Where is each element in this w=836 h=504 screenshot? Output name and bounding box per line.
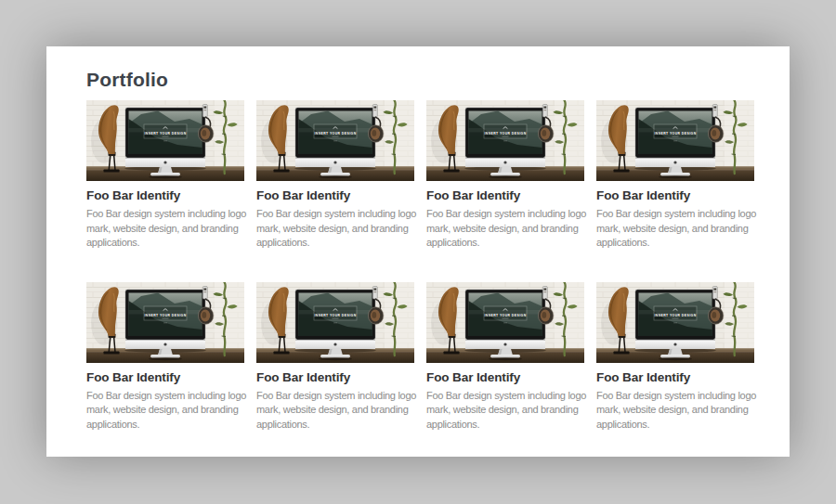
card-title: Foo Bar Identify: [256, 370, 414, 385]
card-description: Foo Bar design system including logo mar…: [596, 389, 761, 433]
portfolio-page: Portfolio Foo Bar Identify Foo Bar desig…: [46, 46, 790, 457]
card-title: Foo Bar Identify: [426, 188, 584, 203]
portfolio-grid: Foo Bar Identify Foo Bar design system i…: [86, 100, 754, 432]
portfolio-thumbnail[interactable]: [256, 282, 414, 363]
card-title: Foo Bar Identify: [596, 188, 754, 203]
portfolio-card: Foo Bar Identify Foo Bar design system i…: [596, 100, 754, 251]
portfolio-thumbnail[interactable]: [86, 282, 244, 363]
page-content: Portfolio Foo Bar Identify Foo Bar desig…: [46, 46, 790, 432]
portfolio-thumbnail[interactable]: [596, 100, 754, 181]
imac-scene-image: [86, 100, 244, 181]
card-title: Foo Bar Identify: [256, 188, 414, 203]
card-description: Foo Bar design system including logo mar…: [256, 207, 421, 251]
portfolio-card: Foo Bar Identify Foo Bar design system i…: [426, 100, 584, 251]
card-description: Foo Bar design system including logo mar…: [426, 389, 591, 433]
portfolio-thumbnail[interactable]: [426, 100, 584, 181]
card-description: Foo Bar design system including logo mar…: [86, 389, 251, 433]
imac-scene-image: [256, 100, 414, 181]
portfolio-card: Foo Bar Identify Foo Bar design system i…: [256, 100, 414, 251]
portfolio-thumbnail[interactable]: [426, 282, 584, 363]
portfolio-thumbnail[interactable]: [596, 282, 754, 363]
card-description: Foo Bar design system including logo mar…: [426, 207, 591, 251]
card-description: Foo Bar design system including logo mar…: [86, 207, 251, 251]
card-title: Foo Bar Identify: [426, 370, 584, 385]
card-title: Foo Bar Identify: [596, 370, 754, 385]
portfolio-card: Foo Bar Identify Foo Bar design system i…: [596, 282, 754, 433]
card-description: Foo Bar design system including logo mar…: [256, 389, 421, 433]
imac-scene-image: [426, 100, 584, 181]
portfolio-thumbnail[interactable]: [256, 100, 414, 181]
portfolio-card: Foo Bar Identify Foo Bar design system i…: [256, 282, 414, 433]
portfolio-card: Foo Bar Identify Foo Bar design system i…: [426, 282, 584, 433]
card-title: Foo Bar Identify: [86, 370, 244, 385]
imac-scene-image: [596, 100, 754, 181]
imac-scene-image: [596, 282, 754, 363]
imac-scene-image: [256, 282, 414, 363]
imac-scene-image: [426, 282, 584, 363]
card-description: Foo Bar design system including logo mar…: [596, 207, 761, 251]
imac-scene-image: [86, 282, 244, 363]
page-title: Portfolio: [86, 69, 754, 91]
portfolio-thumbnail[interactable]: [86, 100, 244, 181]
portfolio-card: Foo Bar Identify Foo Bar design system i…: [86, 282, 244, 433]
card-title: Foo Bar Identify: [86, 188, 244, 203]
portfolio-card: Foo Bar Identify Foo Bar design system i…: [86, 100, 244, 251]
